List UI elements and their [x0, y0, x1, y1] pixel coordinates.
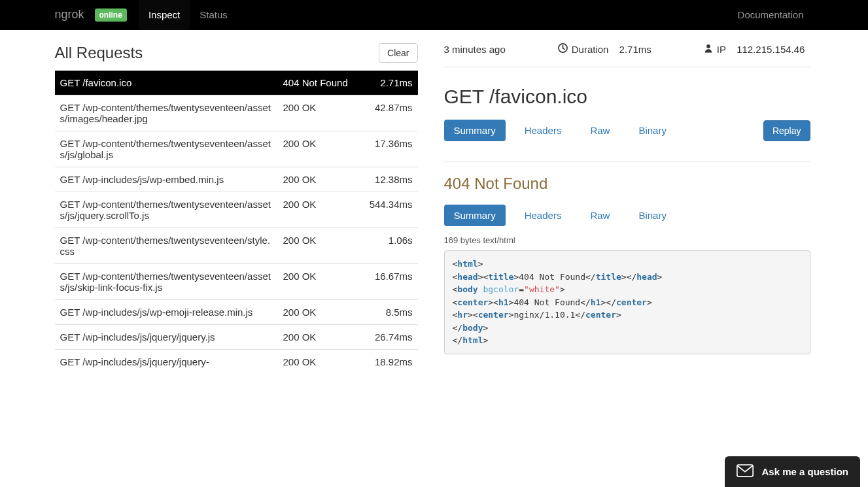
- request-tabs: SummaryHeadersRawBinary: [444, 120, 686, 141]
- svg-point-1: [706, 44, 710, 48]
- response-tab-summary[interactable]: Summary: [444, 205, 506, 226]
- request-tab-headers[interactable]: Headers: [515, 120, 572, 141]
- response-status-heading: 404 Not Found: [444, 175, 810, 193]
- requests-table: GET /favicon.ico404 Not Found2.71msGET /…: [55, 71, 418, 374]
- nav-item-inspect[interactable]: Inspect: [139, 0, 190, 30]
- replay-button[interactable]: Replay: [763, 120, 810, 141]
- response-tab-headers[interactable]: Headers: [515, 205, 572, 226]
- request-row[interactable]: GET /wp-includes/js/jquery/jquery.js200 …: [55, 325, 418, 350]
- time-ago: 3 minutes ago: [444, 43, 506, 55]
- duration-meta: Duration 2.71ms: [558, 43, 651, 55]
- response-tab-raw[interactable]: Raw: [580, 205, 619, 226]
- request-meta-row: 3 minutes ago Duration 2.71ms IP 112.215…: [444, 43, 810, 67]
- request-tab-binary[interactable]: Binary: [629, 120, 676, 141]
- request-row[interactable]: GET /wp-includes/js/jquery/jquery-200 OK…: [55, 350, 418, 375]
- request-title: GET /favicon.ico: [444, 86, 810, 108]
- response-tabs: SummaryHeadersRawBinary: [444, 205, 686, 226]
- clock-icon: [558, 43, 568, 55]
- response-body: <html> <head><title>404 Not Found</title…: [444, 250, 810, 354]
- request-row[interactable]: GET /wp-includes/js/wp-emoji-release.min…: [55, 300, 418, 325]
- request-row[interactable]: GET /wp-content/themes/twentyseventeen/s…: [55, 228, 418, 264]
- ip-meta: IP 112.215.154.46: [704, 43, 805, 55]
- request-row[interactable]: GET /wp-content/themes/twentyseventeen/a…: [55, 95, 418, 131]
- documentation-link[interactable]: Documentation: [728, 0, 814, 30]
- request-tab-summary[interactable]: Summary: [444, 120, 506, 141]
- nav-item-status[interactable]: Status: [190, 0, 237, 30]
- request-row[interactable]: GET /wp-content/themes/twentyseventeen/a…: [55, 264, 418, 300]
- response-size-info: 169 bytes text/html: [444, 235, 810, 245]
- request-row[interactable]: GET /favicon.ico404 Not Found2.71ms: [55, 71, 418, 95]
- status-badge: online: [95, 8, 127, 22]
- request-row[interactable]: GET /wp-content/themes/twentyseventeen/a…: [55, 131, 418, 167]
- response-tab-binary[interactable]: Binary: [629, 205, 676, 226]
- request-row[interactable]: GET /wp-includes/js/wp-embed.min.js200 O…: [55, 167, 418, 192]
- brand-logo: ngrok: [55, 0, 95, 30]
- all-requests-heading: All Requests: [55, 44, 143, 62]
- user-icon: [704, 43, 713, 55]
- request-row[interactable]: GET /wp-content/themes/twentyseventeen/a…: [55, 192, 418, 228]
- top-navbar: ngrok online InspectStatus Documentation: [0, 0, 868, 30]
- request-tab-raw[interactable]: Raw: [580, 120, 619, 141]
- clear-button[interactable]: Clear: [379, 43, 417, 63]
